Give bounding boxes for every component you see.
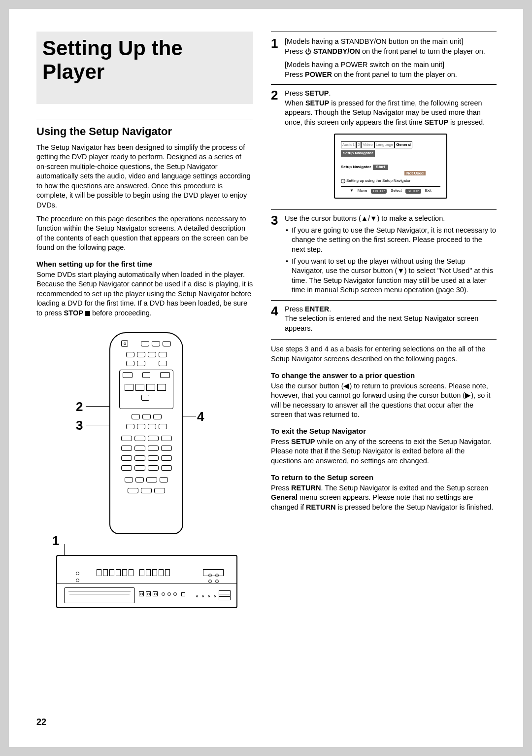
remote-btn	[137, 352, 145, 357]
remote-btn	[159, 352, 167, 357]
remote-btn	[134, 455, 145, 461]
remote-btn	[135, 477, 144, 482]
remote-btn	[163, 341, 171, 346]
osd-tab-general: General	[395, 141, 412, 149]
unit-jog	[219, 590, 231, 600]
remote-btn	[148, 424, 156, 429]
osd-row-value: Start	[373, 165, 388, 170]
remote-control	[109, 332, 183, 534]
return-text: Press RETURN. The Setup Navigator is exi…	[271, 483, 497, 513]
remote-btn	[141, 341, 149, 346]
callout-3: 3	[76, 418, 83, 433]
dpad-frame	[119, 370, 173, 409]
remote-btn	[152, 341, 160, 346]
remote-btn	[121, 446, 132, 451]
unit-button	[146, 591, 151, 596]
left-column: Setting Up the Player Using the Setup Na…	[36, 32, 253, 623]
section-heading: Using the Setup Navigator	[36, 125, 253, 138]
remote-btn	[134, 465, 145, 471]
step-number: 4	[271, 305, 285, 334]
remote-btn	[157, 384, 166, 391]
unit-dot	[214, 595, 216, 597]
remote-btn	[159, 361, 167, 366]
osd-row-label: Setup Navigator	[341, 165, 371, 170]
remote-btn	[134, 436, 145, 441]
step-number: 2	[271, 89, 285, 205]
remote-btn	[161, 446, 172, 451]
stop-label: STOP	[64, 309, 83, 317]
step-4: 4 Press ENTER. The selection is entered …	[271, 300, 497, 334]
step-number: 1	[271, 37, 285, 79]
change-heading: To change the answer to a prior question	[271, 371, 497, 379]
osd-title: Setup Navigator	[341, 150, 375, 157]
two-column-layout: Setting Up the Player Using the Setup Na…	[36, 32, 497, 623]
step3-bullets: If you are going to use the Setup Naviga…	[285, 226, 497, 295]
section-rule	[36, 119, 253, 119]
unit-button	[153, 591, 158, 596]
remote-btn	[121, 455, 132, 461]
remote-btn	[148, 455, 159, 461]
osd-not-used: Not Used	[341, 170, 440, 176]
osd-tab-language: Language	[374, 141, 395, 149]
osd-tab-video: Video	[361, 141, 374, 149]
first-time-paragraph: Some DVDs start playing automatically wh…	[36, 270, 253, 318]
remote-btn	[132, 414, 140, 419]
manual-page: Setting Up the Player Using the Setup Na…	[9, 9, 523, 747]
unit-display	[97, 569, 175, 578]
setup-key-icon: SETUP	[405, 189, 421, 193]
remote-btn	[161, 465, 172, 471]
exit-text: Press SETUP while on any of the screens …	[271, 437, 497, 466]
unit-indicator	[208, 574, 212, 577]
unit-indicator	[215, 580, 219, 583]
remote-btn	[125, 384, 133, 391]
down-icon: ▼	[350, 188, 354, 194]
stop-icon	[85, 311, 90, 316]
remote-btn	[142, 372, 150, 378]
remote-btn	[161, 455, 172, 461]
step1-line1: [Models having a STANDBY/ON button on th…	[285, 37, 497, 47]
intro-paragraph-1: The Setup Navigator has been designed to…	[36, 143, 253, 210]
step-2: 2 Press SETUP. When SETUP is pressed for…	[271, 84, 497, 205]
step-3: 3 Use the cursor buttons (▲/▼) to make a…	[271, 209, 497, 295]
step-number: 3	[271, 214, 285, 295]
step1-line2: Press STANDBY/ON on the front panel to t…	[285, 47, 497, 57]
step3-head: Use the cursor buttons (▲/▼) to make a s…	[285, 214, 497, 224]
remote-btn	[141, 395, 149, 401]
step1-line4: Press POWER on the front panel to turn t…	[285, 70, 497, 80]
remote-btn	[128, 488, 138, 493]
unit-button	[173, 592, 177, 596]
unit-button	[139, 591, 144, 596]
remote-btn	[161, 436, 172, 441]
remote-diagram: 2 3 4 1	[36, 332, 253, 623]
osd-info: iSetting up using the Setup Navigator	[341, 178, 440, 184]
step4-body: The selection is entered and the next Se…	[285, 314, 497, 333]
remote-btn	[137, 424, 145, 429]
player-unit	[56, 555, 237, 608]
exit-heading: To exit the Setup Navigator	[271, 427, 497, 435]
osd-tab-audio2: 2	[356, 141, 361, 149]
unit-dot	[208, 595, 210, 597]
step1-line3: [Models having a POWER switch on the mai…	[285, 60, 497, 70]
remote-btn	[126, 424, 134, 429]
osd-row: Setup Navigator Start	[341, 165, 440, 170]
page-number: 22	[36, 717, 46, 727]
remote-btn	[121, 465, 132, 471]
remote-btn	[135, 384, 144, 391]
chapter-title-block: Setting Up the Player	[36, 32, 253, 104]
remote-btn	[121, 436, 132, 441]
osd-tab-audio1: Audio1	[341, 141, 356, 149]
unit-indicator	[208, 580, 212, 583]
callout-1: 1	[52, 533, 59, 549]
chapter-title: Setting Up the Player	[42, 36, 247, 84]
step4-head: Press ENTER.	[285, 305, 497, 314]
remote-btn	[148, 436, 159, 441]
intro-paragraph-2: The procedure on this page describes the…	[36, 214, 253, 253]
change-text: Use the cursor button (◀) to return to p…	[271, 381, 497, 420]
remote-btn	[160, 372, 170, 378]
callout-4: 4	[197, 409, 204, 424]
unit-button	[167, 592, 171, 596]
remote-btn	[141, 488, 152, 493]
unit-dot	[202, 595, 204, 597]
return-heading: To return to the Setup screen	[271, 473, 497, 481]
remote-btn	[154, 488, 165, 493]
